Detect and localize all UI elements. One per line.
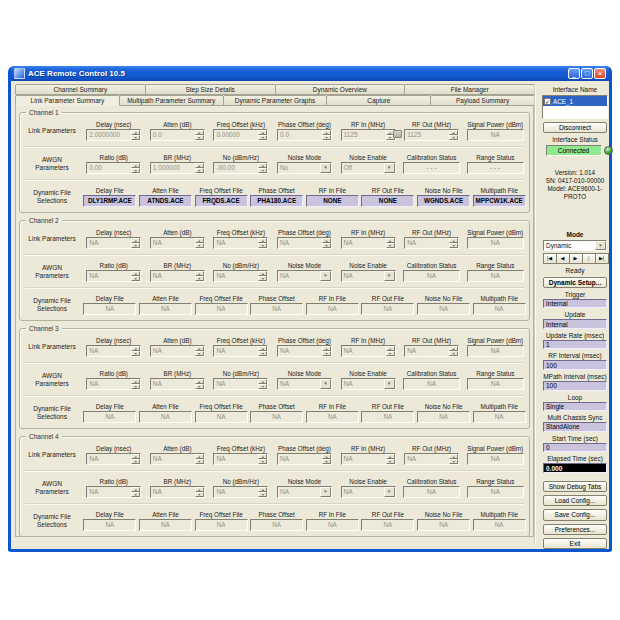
chevron-down-icon[interactable]: ▼ xyxy=(384,487,395,497)
tab-file-manager[interactable]: File Manager xyxy=(404,84,535,95)
spinner-field[interactable]: 1.000000▲▼ xyxy=(150,162,205,174)
spinner-field[interactable]: 0.0▲▼ xyxy=(277,129,332,141)
spin-down-icon[interactable]: ▼ xyxy=(195,243,204,248)
spin-down-icon[interactable]: ▼ xyxy=(195,168,204,173)
file-field[interactable]: WGNDS.ACE xyxy=(417,195,470,207)
exit-button[interactable]: Exit xyxy=(543,538,607,549)
spinner-field[interactable]: NA▲▼ xyxy=(341,453,396,465)
dropdown-field[interactable]: NA▼ xyxy=(277,378,332,390)
spin-down-icon[interactable]: ▼ xyxy=(322,459,331,464)
spinner-field[interactable]: NA▲▼ xyxy=(213,486,268,498)
spinner-field[interactable]: NA▲▼ xyxy=(150,237,205,249)
spinner-field[interactable]: NA▲▼ xyxy=(150,378,205,390)
dropdown-field[interactable]: NA▼ xyxy=(277,270,332,282)
transport-to-end-button[interactable]: ▶| xyxy=(595,253,609,264)
file-field[interactable]: NONE xyxy=(306,195,359,207)
minimize-button[interactable]: _ xyxy=(568,68,580,79)
interface-list-item[interactable]: ✓ ACE_1 xyxy=(543,96,607,106)
spinner-field[interactable]: NA▲▼ xyxy=(213,378,268,390)
spinner-field[interactable]: NA▲▼ xyxy=(150,453,205,465)
loop-field[interactable]: Single xyxy=(543,402,607,412)
load-config-button[interactable]: Load Config... xyxy=(543,495,607,506)
maximize-button[interactable]: □ xyxy=(581,68,593,79)
spinner-field[interactable]: NA▲▼ xyxy=(277,345,332,357)
spinner-field[interactable]: NA▲▼ xyxy=(86,237,141,249)
spin-down-icon[interactable]: ▼ xyxy=(449,243,458,248)
save-config-button[interactable]: Save Config... xyxy=(543,509,607,520)
tab-capture[interactable]: Capture xyxy=(326,95,431,106)
chevron-down-icon[interactable]: ▼ xyxy=(320,487,331,497)
spin-down-icon[interactable]: ▼ xyxy=(258,492,267,497)
spinner-field[interactable]: NA▲▼ xyxy=(86,378,141,390)
spin-down-icon[interactable]: ▼ xyxy=(195,492,204,497)
start-time-field[interactable]: 0 xyxy=(543,443,607,453)
spin-down-icon[interactable]: ▼ xyxy=(131,168,140,173)
spinner-field[interactable]: NA▲▼ xyxy=(277,237,332,249)
spin-down-icon[interactable]: ▼ xyxy=(258,351,267,356)
spin-down-icon[interactable]: ▼ xyxy=(258,243,267,248)
spinner-field[interactable]: NA▲▼ xyxy=(86,270,141,282)
file-field[interactable]: DLY1RMP.ACE xyxy=(83,195,136,207)
spin-down-icon[interactable]: ▼ xyxy=(195,276,204,281)
spin-down-icon[interactable]: ▼ xyxy=(195,384,204,389)
spin-down-icon[interactable]: ▼ xyxy=(258,135,267,140)
spinner-field[interactable]: -90.00▲▼ xyxy=(213,162,268,174)
update-rate-field[interactable]: 1 xyxy=(543,340,607,350)
tab-link-parameter-summary[interactable]: Link Parameter Summary xyxy=(15,95,120,106)
spin-down-icon[interactable]: ▼ xyxy=(322,243,331,248)
preferences-button[interactable]: Preferences... xyxy=(543,524,607,535)
checkbox-icon[interactable]: ✓ xyxy=(544,98,551,105)
spin-down-icon[interactable]: ▼ xyxy=(322,351,331,356)
spin-down-icon[interactable]: ▼ xyxy=(195,351,204,356)
mpath-interval-field[interactable]: 100 xyxy=(543,381,607,391)
spin-down-icon[interactable]: ▼ xyxy=(449,351,458,356)
dropdown-field[interactable]: No▼ xyxy=(277,162,332,174)
spin-down-icon[interactable]: ▼ xyxy=(131,459,140,464)
spinner-field[interactable]: NA▲▼ xyxy=(213,270,268,282)
chevron-down-icon[interactable]: ▼ xyxy=(320,379,331,389)
tab-channel-summary[interactable]: Channel Summary xyxy=(15,84,146,95)
file-field[interactable]: NONE xyxy=(361,195,414,207)
spinner-field[interactable]: NA▲▼ xyxy=(150,486,205,498)
chevron-down-icon[interactable]: ▼ xyxy=(320,271,331,281)
chevron-down-icon[interactable]: ▼ xyxy=(384,271,395,281)
spinner-field[interactable]: 0.0▲▼ xyxy=(150,129,205,141)
title-bar[interactable]: ACE Remote Control 10.5 _ □ × xyxy=(11,66,609,81)
dropdown-field[interactable]: NA▼ xyxy=(341,378,396,390)
file-field[interactable]: FRQDS.ACE xyxy=(195,195,248,207)
spinner-field[interactable]: NA▲▼ xyxy=(341,237,396,249)
spin-down-icon[interactable]: ▼ xyxy=(258,168,267,173)
spinner-field[interactable]: 1125▲▼ xyxy=(341,129,396,141)
dropdown-field[interactable]: Off▼ xyxy=(341,162,396,174)
close-button[interactable]: × xyxy=(594,68,606,79)
spin-down-icon[interactable]: ▼ xyxy=(131,135,140,140)
dropdown-field[interactable]: NA▼ xyxy=(277,486,332,498)
spin-down-icon[interactable]: ▼ xyxy=(195,135,204,140)
spin-down-icon[interactable]: ▼ xyxy=(258,459,267,464)
spinner-field[interactable]: NA▲▼ xyxy=(404,237,459,249)
chevron-down-icon[interactable]: ▼ xyxy=(595,241,606,249)
spin-down-icon[interactable]: ▼ xyxy=(258,384,267,389)
spinner-field[interactable]: NA▲▼ xyxy=(404,453,459,465)
transport-pause-button[interactable]: || xyxy=(582,253,596,264)
interface-list[interactable]: ✓ ACE_1 xyxy=(542,95,608,119)
spinner-field[interactable]: NA▲▼ xyxy=(213,453,268,465)
spinner-field[interactable]: NA▲▼ xyxy=(86,453,141,465)
file-field[interactable]: ATNDS.ACE xyxy=(139,195,192,207)
spin-down-icon[interactable]: ▼ xyxy=(322,135,331,140)
dropdown-field[interactable]: NA▼ xyxy=(341,270,396,282)
tab-step-size-details[interactable]: Step Size Details xyxy=(145,84,276,95)
spin-down-icon[interactable]: ▼ xyxy=(195,459,204,464)
spin-down-icon[interactable]: ▼ xyxy=(449,135,458,140)
spin-down-icon[interactable]: ▼ xyxy=(131,243,140,248)
spinner-field[interactable]: 1125▲▼ xyxy=(404,129,459,141)
transport-play-button[interactable]: ▶ xyxy=(569,253,583,264)
disconnect-button[interactable]: Disconnect xyxy=(543,122,607,133)
chevron-down-icon[interactable]: ▼ xyxy=(384,163,395,173)
spinner-field[interactable]: 0.00▲▼ xyxy=(86,162,141,174)
update-field[interactable]: Internal xyxy=(543,319,607,329)
spinner-field[interactable]: NA▲▼ xyxy=(213,237,268,249)
spin-down-icon[interactable]: ▼ xyxy=(386,351,395,356)
trigger-field[interactable]: Internal xyxy=(543,299,607,309)
dynamic-setup-button[interactable]: Dynamic Setup... xyxy=(543,277,607,288)
